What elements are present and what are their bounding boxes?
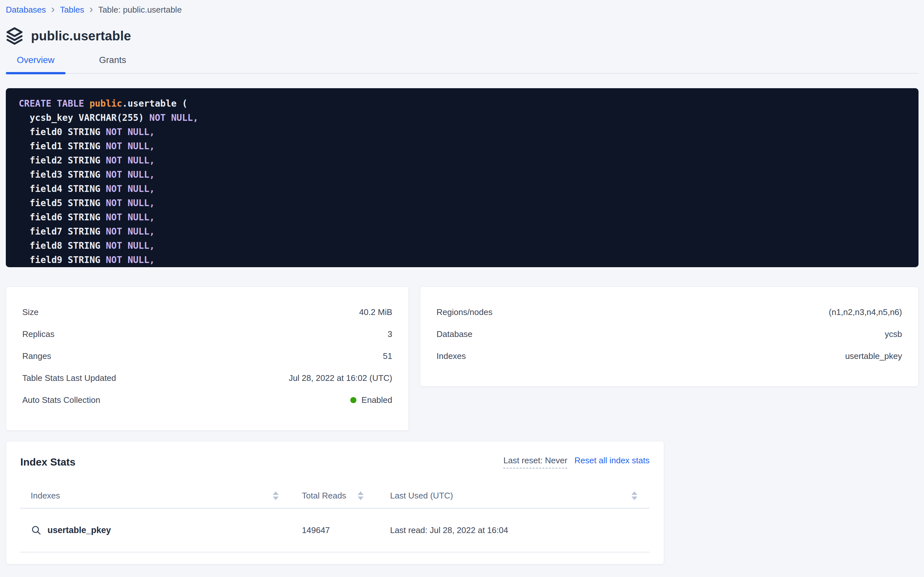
tab-grants[interactable]: Grants (88, 55, 137, 73)
breadcrumb-link-tables[interactable]: Tables (60, 5, 84, 15)
column-header-total-reads[interactable]: Total Reads (291, 491, 376, 501)
index-stats-table: Indexes Total Reads Last Used (UTC) (20, 483, 649, 553)
index-name: usertable_pkey (47, 525, 111, 535)
stat-row-ranges: Ranges 51 (22, 345, 392, 367)
stat-row-regions: Regions/nodes (n1,n2,n3,n4,n5,n6) (437, 301, 902, 323)
index-stats-card: Index Stats Last reset: Never Reset all … (6, 441, 664, 564)
stat-label: Table Stats Last Updated (22, 373, 116, 383)
stat-label: Replicas (22, 329, 55, 339)
status-enabled-dot-icon (350, 397, 357, 403)
last-used-value: Last read: Jul 28, 2022 at 16:04 (376, 525, 649, 535)
stat-row-replicas: Replicas 3 (22, 323, 392, 345)
sort-icon (358, 492, 363, 500)
chevron-right-icon: › (90, 5, 93, 15)
status-text: Enabled (362, 395, 392, 405)
last-reset-label[interactable]: Last reset: Never (503, 456, 567, 469)
stat-row-indexes: Indexes usertable_pkey (437, 345, 902, 367)
stat-label: Database (437, 329, 472, 339)
table-stack-icon (6, 26, 23, 45)
stat-value: 51 (383, 351, 392, 361)
stat-row-database: Database ycsb (437, 323, 902, 345)
sql-line: field4 STRING NOT NULL, (19, 182, 906, 196)
tab-bar: Overview Grants (6, 55, 919, 74)
stat-row-stats-updated: Table Stats Last Updated Jul 28, 2022 at… (22, 367, 392, 389)
stat-label: Ranges (22, 351, 51, 361)
column-label: Total Reads (302, 491, 346, 501)
total-reads-value: 149647 (291, 525, 376, 535)
stat-label: Regions/nodes (437, 307, 492, 317)
breadcrumb-current: Table: public.usertable (98, 5, 182, 15)
sql-code: CREATE TABLE public.usertable ( ycsb_key… (19, 97, 906, 267)
stat-value: usertable_pkey (845, 351, 902, 361)
table-overview-card: Size 40.2 MiB Replicas 3 Ranges 51 Table… (6, 287, 409, 430)
sql-line: CREATE TABLE public.usertable ( (19, 97, 906, 111)
sql-line: field7 STRING NOT NULL, (19, 224, 906, 239)
column-header-last-used[interactable]: Last Used (UTC) (376, 491, 649, 501)
page-title: public.usertable (31, 29, 131, 43)
index-stats-header: Index Stats Last reset: Never Reset all … (20, 456, 649, 469)
stat-value: 3 (388, 329, 392, 339)
sql-line: ycsb_key VARCHAR(255) NOT NULL, (19, 111, 906, 125)
index-name-cell[interactable]: usertable_pkey (20, 525, 291, 536)
index-stats-actions: Last reset: Never Reset all index stats (503, 456, 649, 469)
stat-row-auto-stats: Auto Stats Collection Enabled (22, 389, 392, 411)
sql-line: field3 STRING NOT NULL, (19, 168, 906, 182)
sort-icon (632, 492, 637, 500)
sql-line: field6 STRING NOT NULL, (19, 210, 906, 224)
stat-value: Enabled (350, 395, 392, 405)
stat-value: 40.2 MiB (359, 307, 392, 317)
index-stats-title: Index Stats (20, 456, 76, 469)
table-details-card: Regions/nodes (n1,n2,n3,n4,n5,n6) Databa… (420, 287, 919, 387)
create-table-statement: CREATE TABLE public.usertable ( ycsb_key… (6, 88, 919, 267)
chevron-right-icon: › (51, 5, 55, 15)
stat-value: Jul 28, 2022 at 16:02 (UTC) (289, 373, 392, 383)
sql-line: field5 STRING NOT NULL, (19, 196, 906, 210)
breadcrumb: Databases › Tables › Table: public.usert… (6, 3, 919, 17)
stat-label: Auto Stats Collection (22, 395, 100, 405)
column-label: Indexes (31, 491, 60, 501)
tab-overview[interactable]: Overview (6, 55, 66, 73)
reset-all-index-stats-link[interactable]: Reset all index stats (574, 456, 649, 466)
stat-label: Size (22, 307, 39, 317)
search-icon (31, 525, 42, 536)
sql-line: field2 STRING NOT NULL, (19, 153, 906, 168)
page-header: public.usertable (6, 26, 919, 45)
breadcrumb-link-databases[interactable]: Databases (6, 5, 46, 15)
stat-value: ycsb (885, 329, 902, 339)
sql-line: field9 STRING NOT NULL, (19, 253, 906, 267)
stat-value: (n1,n2,n3,n4,n5,n6) (829, 307, 902, 317)
table-details-page: Databases › Tables › Table: public.usert… (0, 0, 924, 564)
sql-line: field1 STRING NOT NULL, (19, 139, 906, 153)
column-label: Last Used (UTC) (390, 491, 453, 501)
column-header-indexes[interactable]: Indexes (20, 491, 291, 501)
stats-cards-row: Size 40.2 MiB Replicas 3 Ranges 51 Table… (6, 287, 919, 430)
sql-line: field0 STRING NOT NULL, (19, 125, 906, 139)
stat-row-size: Size 40.2 MiB (22, 301, 392, 323)
sql-line: field8 STRING NOT NULL, (19, 239, 906, 253)
index-stats-table-header: Indexes Total Reads Last Used (UTC) (20, 483, 649, 509)
index-table-row: usertable_pkey 149647 Last read: Jul 28,… (20, 509, 649, 553)
sort-icon (273, 492, 279, 500)
stat-label: Indexes (437, 351, 466, 361)
